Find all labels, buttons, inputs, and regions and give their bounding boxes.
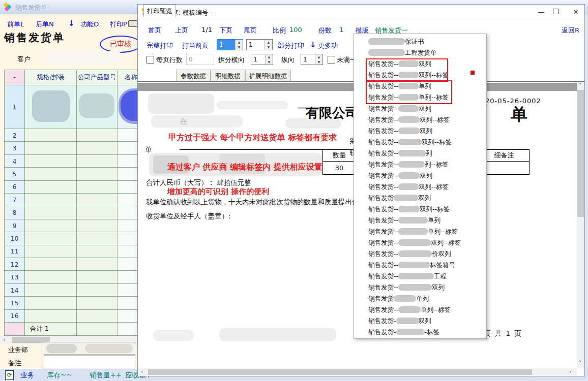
template-menu-item[interactable]: 销售发货--双列 bbox=[354, 125, 486, 137]
template-menu-item[interactable]: 销售发货--标签箱号 bbox=[354, 260, 486, 271]
table-row[interactable]: 7 bbox=[5, 194, 138, 206]
tab-detail-data[interactable]: 明细数据 bbox=[211, 70, 245, 82]
maximize-button[interactable] bbox=[549, 7, 562, 17]
not-full-page-checkbox[interactable] bbox=[328, 56, 335, 64]
down-arrow-icon[interactable]: ↓ bbox=[68, 19, 75, 28]
table-row[interactable]: 3 bbox=[5, 142, 138, 154]
split-v-spinner[interactable]: 1 ▲▼ bbox=[301, 54, 323, 65]
spinner-arrows[interactable]: ▲▼ bbox=[264, 40, 272, 50]
functions-button[interactable]: 功能O bbox=[80, 20, 99, 29]
first-page-button[interactable]: 首页 bbox=[148, 26, 161, 35]
preview-titlebar[interactable]: 报表预览: 模板编号 - — ✕ bbox=[138, 5, 584, 20]
table-row[interactable]: 10 bbox=[5, 232, 138, 245]
table-row[interactable]: 1 bbox=[5, 85, 138, 129]
next-doc-button[interactable]: 后单N bbox=[36, 20, 54, 29]
template-menu-item[interactable]: 销售发货--单列--标签 bbox=[354, 226, 486, 237]
empty-cell bbox=[77, 168, 117, 180]
last-page-button[interactable]: 尾页 bbox=[244, 26, 257, 35]
table-row[interactable]: 15 bbox=[5, 297, 138, 309]
template-menu-item[interactable]: 销售发货--双列 bbox=[354, 103, 486, 114]
scroll-left-icon[interactable]: ‹ bbox=[141, 369, 143, 374]
table-row[interactable]: 14 bbox=[5, 284, 138, 297]
close-button[interactable]: ✕ bbox=[569, 7, 582, 17]
scrollbar-thumb[interactable] bbox=[148, 369, 532, 375]
template-menu-item[interactable]: 销售发货--列--标签 bbox=[354, 159, 486, 170]
template-menu-item[interactable]: 销售发货--单列 bbox=[354, 215, 486, 226]
refresh-doc-icon[interactable]: ⟳ bbox=[5, 370, 14, 380]
template-menu-item[interactable]: 销售发货--价双列 bbox=[354, 248, 486, 260]
template-menu-item[interactable]: 销售发货--工程 bbox=[354, 271, 486, 282]
prev-page-button[interactable]: 上页 bbox=[175, 26, 188, 35]
template-menu-item[interactable]: 销售发货单列 bbox=[354, 293, 486, 304]
table-row[interactable]: 9 bbox=[5, 219, 138, 232]
template-menu-item[interactable]: 销售发货--列 bbox=[354, 148, 486, 159]
template-menu-item[interactable]: 销售发货--单列--标签 bbox=[354, 304, 486, 315]
table-row[interactable]: 12 bbox=[5, 258, 138, 271]
split-h-value[interactable]: 1 bbox=[251, 54, 265, 65]
template-menu-item[interactable]: 销售发货--双列 bbox=[354, 170, 486, 181]
template-menu-item[interactable]: 销售发货--双列--标签 bbox=[354, 237, 486, 248]
template-menu-item[interactable]: 销售发货-双列 bbox=[354, 315, 486, 327]
page-to-spinner[interactable]: 1 ▲▼ bbox=[246, 39, 273, 50]
table-row[interactable]: 16 bbox=[5, 310, 138, 323]
template-menu-item[interactable]: 销售发货--双列--标签 bbox=[354, 114, 486, 125]
print-current-button[interactable]: 打当前页 bbox=[182, 41, 209, 50]
printer-icon[interactable] bbox=[128, 20, 137, 27]
template-menu-item[interactable]: 销售发货--标签 bbox=[354, 327, 486, 338]
scroll-right-icon[interactable]: › bbox=[569, 369, 571, 374]
page-from-value[interactable]: 1 bbox=[217, 40, 235, 50]
down-arrow-icon[interactable]: ↓ bbox=[310, 40, 316, 49]
table-row[interactable]: 5 bbox=[5, 168, 138, 180]
template-menu-item[interactable]: 工程发货单 bbox=[354, 47, 486, 58]
split-h-spinner[interactable]: 1 ▲▼ bbox=[251, 54, 273, 65]
template-menu-item[interactable]: 销售发货--双列--标签 bbox=[354, 137, 486, 148]
table-row[interactable]: 4 bbox=[5, 155, 138, 168]
back-button[interactable]: 返回R bbox=[562, 26, 579, 35]
spinner-arrows[interactable]: ▲▼ bbox=[265, 54, 273, 65]
partial-print-button[interactable]: 部分打印 bbox=[278, 41, 304, 50]
table-row[interactable]: 11 bbox=[5, 245, 138, 258]
spinner-arrows[interactable]: ▲▼ bbox=[315, 54, 322, 65]
template-menu-item[interactable]: 销售发货--双列--标签 bbox=[354, 181, 486, 193]
spinner-arrows[interactable]: ▲▼ bbox=[235, 40, 243, 50]
rows-per-page-input[interactable]: 0 bbox=[186, 54, 214, 65]
table-row[interactable]: 2 bbox=[5, 129, 138, 142]
template-menu-item[interactable]: 销售发货--双列--标签 bbox=[354, 204, 486, 215]
nav-inventory[interactable]: 库存~~ bbox=[47, 371, 72, 380]
template-menu-item[interactable]: 销售发货双列 bbox=[354, 193, 486, 204]
minimize-button[interactable]: — bbox=[535, 7, 548, 17]
preview-h-scrollbar[interactable]: ‹ › bbox=[138, 368, 577, 376]
scroll-up-icon[interactable]: ˄ bbox=[579, 83, 582, 88]
page-to-value[interactable]: 1 bbox=[247, 40, 264, 50]
scrollbar-thumb[interactable] bbox=[577, 90, 584, 217]
scale-value[interactable]: 100 bbox=[289, 26, 302, 34]
template-menu-item[interactable]: 销售发货--双列 bbox=[354, 282, 486, 293]
table-row[interactable]: 13 bbox=[5, 271, 138, 283]
prev-doc-button[interactable]: 前单L bbox=[7, 20, 24, 29]
table-row[interactable]: 8 bbox=[5, 206, 138, 219]
table-row[interactable]: 6 bbox=[5, 181, 138, 194]
nav-sales-qty[interactable]: 销售量++ bbox=[90, 371, 122, 380]
copies-value[interactable]: 1 bbox=[339, 26, 343, 34]
empty-cell bbox=[77, 310, 117, 323]
note-input[interactable] bbox=[44, 356, 135, 368]
full-print-button[interactable]: 完整打印 bbox=[146, 41, 173, 50]
empty-cell bbox=[117, 155, 138, 168]
print-button[interactable]: 打印P bbox=[110, 20, 127, 29]
dept-field[interactable] bbox=[44, 342, 135, 355]
page-from-spinner[interactable]: 1 ▲▼ bbox=[217, 39, 243, 50]
more-functions-button[interactable]: 更多功 bbox=[318, 41, 338, 50]
template-menu-item[interactable]: 保证书 bbox=[354, 36, 486, 47]
scroll-down-icon[interactable]: ˅ bbox=[579, 360, 582, 366]
scroll-left-icon[interactable]: ‹ bbox=[3, 337, 5, 342]
tab-param-data[interactable]: 参数数据 bbox=[176, 70, 211, 82]
tab-print-preview[interactable]: 打印预览 bbox=[143, 5, 176, 17]
tab-extended-detail-data[interactable]: 扩展明细数据 bbox=[245, 70, 291, 82]
next-page-button[interactable]: 下页 bbox=[219, 26, 232, 35]
preview-v-scrollbar[interactable]: ˄ ˅ bbox=[577, 82, 584, 368]
menu-item-suffix: 双列 bbox=[420, 172, 432, 179]
rows-per-page-checkbox[interactable] bbox=[146, 56, 154, 64]
split-v-value[interactable]: 1 bbox=[301, 54, 315, 65]
redaction-blob bbox=[46, 344, 77, 353]
nav-business[interactable]: 业务 bbox=[20, 371, 34, 380]
